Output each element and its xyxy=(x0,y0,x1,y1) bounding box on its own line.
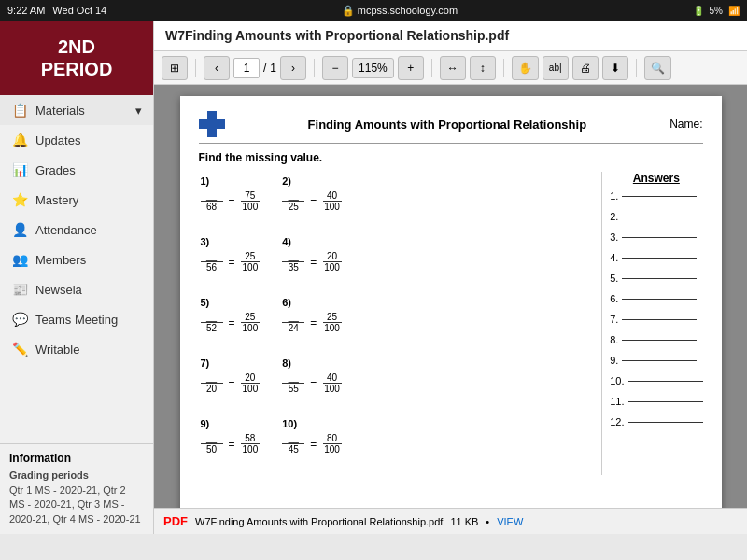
members-icon: 👥 xyxy=(11,251,28,268)
answer-4: 4. xyxy=(610,252,702,263)
problem-8: 8) __ 55 = 40 100 xyxy=(280,354,344,398)
top-bar-left: 9:22 AM Wed Oct 14 xyxy=(7,5,106,16)
sidebar-item-teams-meeting[interactable]: 💬 Teams Meeting xyxy=(0,304,153,334)
doc-title: W7Finding Amounts with Proportional Rela… xyxy=(165,28,509,43)
attendance-icon: 👤 xyxy=(11,221,28,238)
prev-page-button[interactable]: ‹ xyxy=(204,56,230,80)
sidebar-item-mastery[interactable]: ⭐ Mastery xyxy=(0,185,153,215)
page-total: 1 xyxy=(270,62,276,75)
worksheet-title: Finding Amounts with Proportional Relati… xyxy=(236,118,659,132)
updates-icon: 🔔 xyxy=(11,132,28,148)
next-page-button[interactable]: › xyxy=(280,56,306,80)
sidebar-label-updates: Updates xyxy=(35,133,80,147)
view-link[interactable]: VIEW xyxy=(497,516,523,527)
fit-page-button[interactable]: ↕ xyxy=(470,56,496,80)
bottom-bar: PDF W7Finding Amounts with Proportional … xyxy=(154,508,747,534)
answer-9: 9. xyxy=(610,355,702,366)
materials-icon: 📋 xyxy=(11,102,28,119)
download-button[interactable]: ⬇ xyxy=(602,56,628,80)
problem-6: 6) __ 24 = 25 100 xyxy=(280,293,344,337)
worksheet-instruction: Find the missing value. xyxy=(199,151,703,164)
grades-icon: 📊 xyxy=(11,161,28,178)
zoom-level: 115% xyxy=(352,58,394,78)
toolbar-separator-5 xyxy=(636,59,637,77)
top-bar-right: 🔋 5% 📶 xyxy=(693,6,740,16)
teams-icon: 💬 xyxy=(11,311,28,328)
problem-4: 4) __ 35 = 20 100 xyxy=(280,232,344,276)
pdf-file-icon: PDF xyxy=(163,514,188,528)
sidebar-item-grades[interactable]: 📊 Grades xyxy=(0,155,153,185)
answer-5: 5. xyxy=(610,273,702,284)
fit-width-button[interactable]: ↔ xyxy=(440,56,466,80)
period-line1: 2ND xyxy=(41,35,113,58)
battery-icon: 🔋 xyxy=(693,6,704,16)
answers-column: Answers 1. 2. 3. 4. 5. 6. 7. 8. 9. 10. 1… xyxy=(601,172,702,475)
pdf-header: Finding Amounts with Proportional Relati… xyxy=(199,111,703,144)
answer-11: 11. xyxy=(610,396,702,407)
text-select-button[interactable]: ab| xyxy=(543,56,569,80)
answer-6: 6. xyxy=(610,293,702,304)
sidebar: 2ND PERIOD 📋 Materials ▾ 🔔 Updates 📊 Gra… xyxy=(0,21,154,534)
period-line2: PERIOD xyxy=(41,58,113,80)
url-display: 🔒 mcpss.schoology.com xyxy=(106,5,692,17)
sidebar-label-newsela: Newsela xyxy=(35,283,82,297)
info-title: Information xyxy=(9,452,144,465)
answer-12: 12. xyxy=(610,416,702,427)
sidebar-item-writable[interactable]: ✏️ Writable xyxy=(0,334,153,364)
toolbar-separator-3 xyxy=(431,59,432,77)
pdf-page: Finding Amounts with Proportional Relati… xyxy=(180,96,722,508)
sidebar-item-materials[interactable]: 📋 Materials ▾ xyxy=(0,95,153,125)
top-bar: 9:22 AM Wed Oct 14 🔒 mcpss.schoology.com… xyxy=(0,0,747,21)
answer-2: 2. xyxy=(610,211,702,222)
lock-icon: 🔒 xyxy=(342,5,355,16)
newsela-icon: 📰 xyxy=(11,281,28,298)
battery-percent: 5% xyxy=(710,6,723,16)
sidebar-info: Information Grading periods Qtr 1 MS - 2… xyxy=(0,443,153,534)
problem-9: 9) __ 50 = 58 100 xyxy=(199,414,262,458)
sidebar-label-attendance: Attendance xyxy=(35,223,97,237)
cross-logo xyxy=(199,111,225,137)
problem-3: 3) __ 56 = 25 100 xyxy=(199,232,262,276)
chevron-icon: ▾ xyxy=(135,104,142,118)
problems-row-5: 9) __ 50 = 58 100 xyxy=(199,414,595,458)
zoom-in-button[interactable]: + xyxy=(398,56,424,80)
answer-8: 8. xyxy=(610,334,702,345)
answer-7: 7. xyxy=(610,314,702,325)
grading-periods-label: Grading periods xyxy=(9,469,144,483)
problem-2: 2) __ 25 = 40 100 xyxy=(280,172,344,216)
date-display: Wed Oct 14 xyxy=(52,5,106,16)
name-label: Name: xyxy=(669,118,702,131)
pdf-viewer[interactable]: Finding Amounts with Proportional Relati… xyxy=(154,85,747,508)
sidebar-label-teams: Teams Meeting xyxy=(35,313,118,327)
sidebar-item-members[interactable]: 👥 Members xyxy=(0,245,153,274)
problems-row-3: 5) __ 52 = 25 100 xyxy=(199,293,595,337)
answer-1: 1. xyxy=(610,190,702,202)
sidebar-item-updates[interactable]: 🔔 Updates xyxy=(0,125,153,155)
main-layout: 2ND PERIOD 📋 Materials ▾ 🔔 Updates 📊 Gra… xyxy=(0,21,747,534)
sidebar-label-writable: Writable xyxy=(35,343,79,357)
pan-button[interactable]: ✋ xyxy=(512,56,539,80)
bullet-separator: • xyxy=(486,516,489,527)
problems-row-4: 7) __ 20 = 20 100 xyxy=(199,354,595,398)
search-button[interactable]: 🔍 xyxy=(644,56,671,80)
grading-periods-text: Qtr 1 MS - 2020-21, Qtr 2 MS - 2020-21, … xyxy=(9,483,144,526)
course-header: 2ND PERIOD xyxy=(0,21,153,95)
zoom-out-button[interactable]: − xyxy=(322,56,348,80)
problem-1: 1) __ 68 = 75 100 xyxy=(199,172,262,216)
sidebar-item-newsela[interactable]: 📰 Newsela xyxy=(0,274,153,304)
sidebar-label-materials: Materials xyxy=(35,104,85,118)
bottom-filesize: 11 KB xyxy=(450,516,478,527)
toolbar-separator-4 xyxy=(503,59,504,77)
sidebar-item-attendance[interactable]: 👤 Attendance xyxy=(0,215,153,245)
grid-view-button[interactable]: ⊞ xyxy=(162,56,188,80)
sidebar-label-grades: Grades xyxy=(35,163,76,177)
page-number-input[interactable] xyxy=(233,58,260,78)
sidebar-nav: 📋 Materials ▾ 🔔 Updates 📊 Grades ⭐ Maste… xyxy=(0,95,153,443)
problems-left: 1) __ 68 = 75 100 xyxy=(199,172,595,475)
bottom-filename: W7Finding Amounts with Proportional Rela… xyxy=(195,516,443,527)
url-text: mcpss.schoology.com xyxy=(358,5,458,16)
mastery-icon: ⭐ xyxy=(11,191,28,208)
answer-3: 3. xyxy=(610,231,702,243)
print-button[interactable]: 🖨 xyxy=(572,56,599,80)
problem-10: 10) __ 45 = 80 100 xyxy=(280,414,344,458)
